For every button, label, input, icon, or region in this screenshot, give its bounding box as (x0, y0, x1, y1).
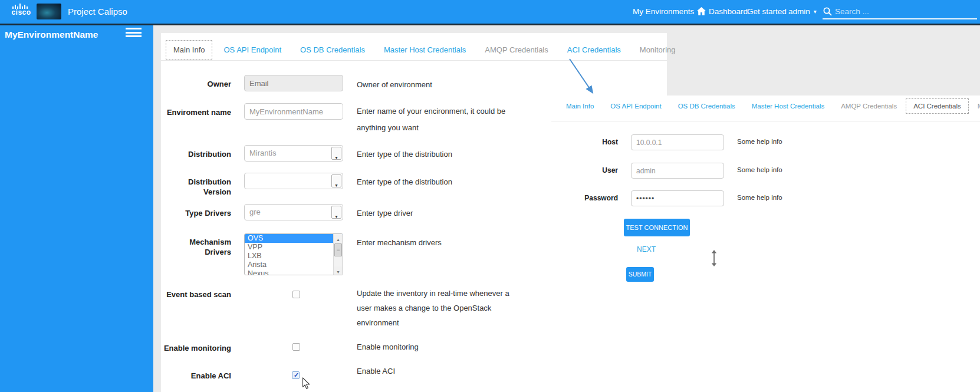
environment-name-label: Enviroment name (161, 107, 231, 117)
tab-monitoring: Monitoring (632, 40, 683, 60)
test-connection-button[interactable]: TEST CONNECTION (624, 219, 690, 236)
environment-tabbar: Main Info OS API Endpoint OS DB Credenti… (166, 40, 683, 60)
nav-dashboard-label: Dashboard (709, 7, 748, 16)
scroll-up-icon[interactable] (334, 234, 343, 242)
aci-tabbar-divider (551, 121, 980, 121)
distribution-value: Mirantis (249, 149, 277, 157)
menu-icon[interactable] (126, 28, 142, 39)
nav-get-started[interactable]: Get started (747, 0, 787, 24)
sidebar: MyEnvironmentName (0, 25, 153, 392)
cisco-logo: cisco (8, 4, 34, 16)
aci-tab-main-info[interactable]: Main Info (558, 98, 601, 114)
tab-master-host-credentials[interactable]: Master Host Credentials (376, 40, 473, 60)
type-drivers-help: Enter type driver (357, 207, 525, 219)
list-option-vpp[interactable]: VPP (245, 243, 343, 252)
chevron-down-icon[interactable] (331, 147, 341, 160)
type-drivers-label: Type Drivers (161, 208, 231, 218)
list-option-lxb[interactable]: LXB (245, 252, 343, 261)
app-window: cisco Project Calipso My Environments Da… (0, 0, 980, 392)
tab-amqp-credentials: AMQP Credentials (477, 40, 555, 60)
password-label: Password (551, 194, 618, 202)
mechanism-drivers-help: Enter mechanism drivers (357, 237, 525, 249)
listbox-scrollbar[interactable] (333, 234, 343, 275)
mechanism-drivers-listbox[interactable]: OVS VPP LXB Arista Nexus (244, 233, 343, 275)
aci-tabbar: Main Info OS API Endpoint OS DB Credenti… (558, 98, 980, 114)
tab-aci-credentials[interactable]: ACI Credentials (560, 40, 629, 60)
user-label: User (551, 166, 618, 174)
cisco-logo-text: cisco (8, 9, 34, 16)
distribution-version-label: Distribution Version (161, 177, 231, 197)
list-option-arista[interactable]: Arista (245, 261, 343, 269)
chevron-down-icon[interactable] (331, 206, 341, 219)
host-label: Host (551, 138, 618, 146)
distribution-version-help: Enter type of the distribution (357, 176, 525, 188)
enable-aci-label: Enable ACI (161, 371, 231, 381)
nav-admin-menu[interactable]: admin (788, 0, 817, 24)
enable-monitoring-checkbox[interactable] (292, 343, 300, 351)
enable-monitoring-help: Enable monitoring (357, 341, 525, 353)
environment-name-input[interactable] (244, 103, 343, 120)
next-link[interactable]: NEXT (637, 245, 656, 253)
password-help: Some help info (737, 194, 782, 201)
aci-tab-os-db-credentials[interactable]: OS DB Credentials (670, 98, 743, 114)
aci-tab-master-host-credentials[interactable]: Master Host Credentials (744, 98, 832, 114)
event-based-scan-help: Update the inventory in real-time whenev… (357, 286, 525, 330)
environment-name-help: Enter name of your encironment, it could… (357, 103, 525, 136)
host-input[interactable] (631, 134, 724, 150)
user-input[interactable] (631, 163, 724, 179)
search-icon (823, 7, 832, 16)
list-option-ovs[interactable]: OVS (245, 234, 343, 243)
search-input[interactable] (835, 4, 974, 18)
home-icon (697, 7, 706, 15)
sidebar-environment-title: MyEnvironmentName (5, 29, 98, 40)
enable-monitoring-label: Enable monitoring (161, 343, 231, 353)
top-header: cisco Project Calipso My Environments Da… (0, 0, 980, 24)
mechanism-drivers-label: Mechanism Drivers (161, 237, 231, 257)
host-help: Some help info (737, 138, 782, 145)
event-based-scan-checkbox[interactable] (292, 291, 300, 298)
aci-tab-monitoring: Monitoring (970, 98, 980, 114)
aci-tab-amqp-credentials: AMQP Credentials (833, 98, 905, 114)
distribution-version-select[interactable] (244, 173, 343, 189)
aci-tab-os-api-endpoint[interactable]: OS API Endpoint (603, 98, 669, 114)
submit-button[interactable]: SUBMIT (626, 267, 654, 282)
password-input[interactable] (631, 190, 724, 206)
list-option-nexus[interactable]: Nexus (245, 269, 343, 275)
nav-dashboard[interactable]: Dashboard (697, 0, 748, 24)
owner-label: Owner (161, 79, 231, 89)
owner-input[interactable] (244, 75, 343, 91)
tab-main-info[interactable]: Main Info (166, 40, 212, 60)
distribution-select[interactable]: Mirantis (244, 145, 343, 162)
aci-credentials-panel: Main Info OS API Endpoint OS DB Credenti… (551, 95, 980, 392)
tabbar-divider (161, 60, 667, 61)
tab-os-db-credentials[interactable]: OS DB Credentials (292, 40, 373, 60)
chevron-down-icon[interactable] (331, 174, 341, 187)
scroll-down-icon[interactable] (334, 266, 343, 275)
enable-aci-help: Enable ACI (357, 365, 525, 377)
calipso-logo-image (37, 4, 61, 19)
app-title: Project Calipso (68, 0, 127, 24)
type-drivers-value: gre (249, 207, 261, 216)
user-help: Some help info (737, 166, 782, 173)
event-based-scan-label: Event based scan (161, 289, 231, 299)
enable-aci-checkbox[interactable] (292, 371, 300, 379)
tab-os-api-endpoint[interactable]: OS API Endpoint (216, 40, 289, 60)
distribution-help: Enter type of the distribution (357, 149, 525, 160)
type-drivers-select[interactable]: gre (244, 204, 343, 220)
header-search[interactable] (823, 3, 977, 19)
nav-my-environments[interactable]: My Environments (633, 0, 701, 24)
owner-help: Owner of environment (357, 79, 525, 91)
distribution-label: Distribution (161, 149, 231, 159)
scrollbar-thumb[interactable] (334, 243, 342, 256)
aci-tab-aci-credentials[interactable]: ACI Credentials (906, 98, 969, 114)
